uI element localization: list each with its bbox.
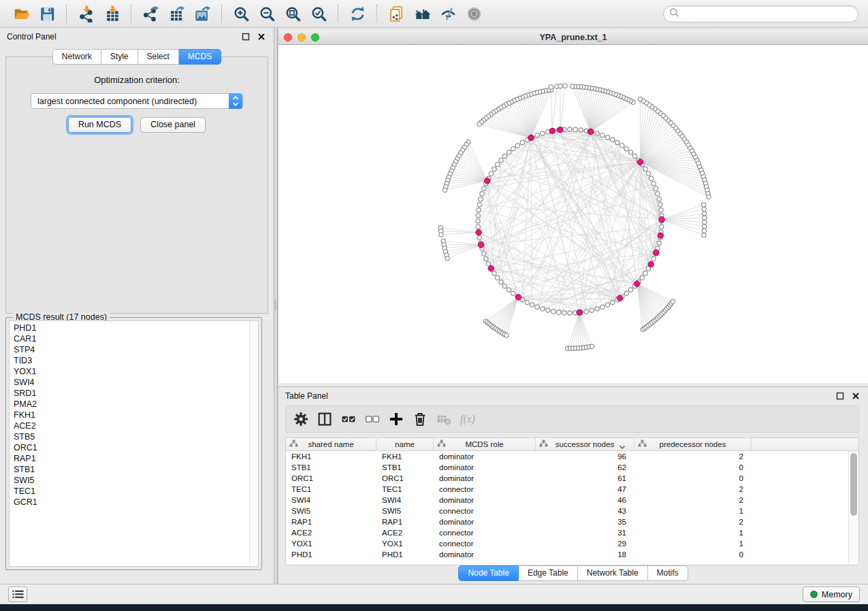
table-cell: FKH1	[286, 452, 376, 461]
mcds-result-item[interactable]: GCR1	[14, 497, 246, 508]
table-row[interactable]: PHD1PHD1dominator180	[286, 549, 848, 560]
table-cell: 1	[634, 529, 752, 537]
table-scrollbar[interactable]	[848, 451, 858, 565]
table-row[interactable]: SWI4SWI4dominator462	[286, 495, 848, 506]
show-eye-icon[interactable]	[464, 3, 484, 24]
mcds-result-item[interactable]: TEC1	[14, 486, 246, 497]
table-cell: 2	[634, 518, 752, 526]
hide-annotations-icon[interactable]	[438, 3, 458, 24]
tab-style[interactable]: Style	[101, 49, 138, 65]
shared-column-icon	[638, 440, 647, 449]
table-row[interactable]: FKH1FKH1dominator962	[286, 451, 848, 462]
network-window-title: YPA_prune.txt_1	[539, 33, 607, 42]
mcds-result-list[interactable]: PHD1CAR1STP4TID3YOX1SWI4SRD1PMA2FKH1ACE2…	[9, 320, 259, 567]
network-window-titlebar[interactable]: YPA_prune.txt_1	[278, 31, 868, 45]
splitter-grip[interactable]	[274, 300, 276, 311]
mcds-result-item[interactable]: CAR1	[14, 333, 246, 344]
table-row[interactable]: YOX1YOX1connector291	[286, 538, 848, 549]
tab-edge-table[interactable]: Edge Table	[519, 565, 578, 581]
table-row[interactable]: ACE2ACE2connector311	[286, 527, 848, 538]
export-table-icon[interactable]	[166, 3, 187, 24]
select-all-icon[interactable]	[339, 410, 358, 429]
table-row[interactable]: SWI5SWI5connector431	[286, 506, 848, 516]
mcds-result-item[interactable]: FKH1	[14, 410, 246, 420]
mcds-result-item[interactable]: STB5	[14, 431, 246, 442]
float-table-panel-icon[interactable]	[835, 391, 846, 401]
mcds-result-item[interactable]: ACE2	[14, 420, 246, 431]
close-table-panel-icon[interactable]	[850, 391, 861, 401]
open-file-icon[interactable]	[11, 3, 31, 24]
import-network-icon[interactable]	[76, 3, 96, 24]
main-toolbar	[0, 0, 868, 28]
table-cell: 31	[536, 529, 634, 537]
column-header-shared-name[interactable]: shared name	[286, 438, 376, 450]
first-neighbors-icon[interactable]	[412, 3, 432, 24]
columns-icon[interactable]	[315, 410, 334, 429]
shared-column-icon	[437, 440, 446, 449]
network-document-icon[interactable]	[386, 3, 406, 24]
table-cell: 29	[536, 540, 634, 548]
zoom-fit-icon[interactable]	[283, 3, 303, 24]
mcds-result-item[interactable]: STB1	[14, 464, 246, 475]
tab-select[interactable]: Select	[138, 49, 179, 65]
network-canvas[interactable]	[278, 45, 868, 383]
tab-mcds[interactable]: MCDS	[179, 49, 221, 65]
table-cell: SWI4	[286, 496, 376, 504]
memory-status-icon	[810, 591, 818, 598]
column-header-successor-nodes[interactable]: successor nodes	[536, 438, 634, 450]
table-row[interactable]: STB1STB1dominator620	[286, 462, 848, 473]
tab-network[interactable]: Network	[52, 49, 101, 65]
network-graph[interactable]	[278, 45, 868, 383]
task-history-button[interactable]	[8, 587, 27, 602]
optimization-criterion-select[interactable]: largest connected component (undirected)	[31, 93, 243, 109]
import-table-icon[interactable]	[101, 3, 122, 24]
tab-motifs[interactable]: Motifs	[648, 565, 688, 581]
window-traffic-lights	[284, 31, 319, 44]
zoom-selected-icon[interactable]	[308, 3, 329, 24]
table-scrollbar-thumb[interactable]	[850, 453, 857, 516]
tab-node-table[interactable]: Node Table	[458, 565, 519, 581]
close-panel-icon[interactable]	[256, 31, 267, 42]
close-panel-button[interactable]: Close panel	[140, 117, 206, 133]
table-cell: dominator	[434, 550, 536, 559]
add-icon[interactable]	[387, 410, 406, 429]
mcds-result-item[interactable]: SWI4	[14, 377, 246, 388]
table-row[interactable]: TEC1TEC1connector472	[286, 484, 848, 495]
save-session-icon[interactable]	[37, 3, 57, 24]
mcds-result-item[interactable]: SRD1	[14, 388, 246, 399]
mcds-result-item[interactable]: SWI5	[14, 475, 246, 486]
column-label: name	[395, 440, 415, 448]
mcds-result-item[interactable]: YOX1	[14, 366, 246, 377]
gear-icon[interactable]	[291, 410, 310, 429]
export-network-icon[interactable]	[140, 3, 161, 24]
mcds-result-item[interactable]: TID3	[14, 355, 246, 366]
search-box[interactable]	[663, 5, 858, 22]
refresh-icon[interactable]	[347, 3, 368, 24]
network-view-window: YPA_prune.txt_1	[278, 31, 868, 383]
mcds-result-item[interactable]: PMA2	[14, 399, 246, 410]
delete-icon[interactable]	[411, 410, 430, 429]
mcds-result-item[interactable]: PHD1	[14, 323, 246, 333]
tab-network-table[interactable]: Network Table	[578, 565, 648, 581]
zoom-window-icon[interactable]	[311, 33, 319, 42]
memory-button[interactable]: Memory	[803, 587, 860, 602]
close-window-icon[interactable]	[284, 33, 292, 42]
mcds-result-item[interactable]: RAP1	[14, 453, 246, 464]
mcds-result-item[interactable]: ORC1	[14, 442, 246, 453]
column-header-predecessor-nodes[interactable]: predecessor nodes	[634, 438, 752, 450]
float-panel-icon[interactable]	[240, 31, 251, 42]
deselect-all-icon[interactable]	[363, 410, 382, 429]
column-header-name[interactable]: name	[376, 438, 434, 450]
zoom-out-icon[interactable]	[257, 3, 277, 24]
search-input[interactable]	[684, 9, 852, 18]
run-mcds-button[interactable]: Run MCDS	[68, 117, 131, 133]
table-row[interactable]: RAP1RAP1dominator352	[286, 516, 848, 527]
zoom-in-icon[interactable]	[231, 3, 251, 24]
minimize-window-icon[interactable]	[298, 33, 306, 42]
column-header-MCDS-role[interactable]: MCDS role	[434, 438, 536, 450]
mcds-result-item[interactable]: STP4	[14, 344, 246, 355]
table-row[interactable]: ORC1ORC1dominator610	[286, 473, 848, 484]
mcds-list-scrollbar[interactable]	[249, 321, 258, 566]
export-image-icon[interactable]	[192, 3, 212, 24]
table-cell: 2	[634, 496, 752, 504]
